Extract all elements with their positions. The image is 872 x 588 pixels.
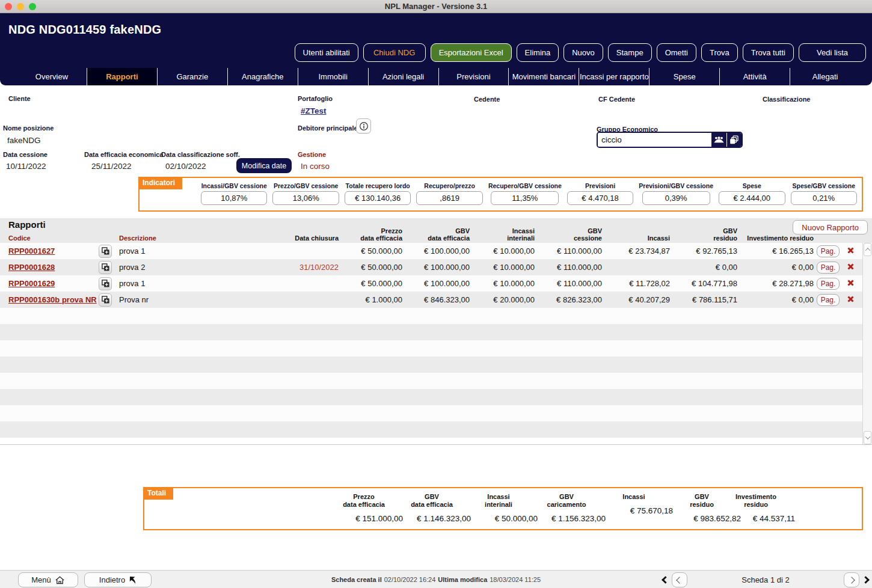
cliente-label: Cliente: [8, 95, 31, 102]
totale-incassi: Incassi€ 75.670,18: [595, 493, 673, 515]
chiudi-ndg-button[interactable]: Chiudi NDG: [363, 43, 426, 62]
rapporto-code-link[interactable]: RPP0001629: [8, 279, 55, 288]
elimina-button[interactable]: Elimina: [517, 43, 559, 62]
ometti-button[interactable]: Ometti: [657, 43, 696, 62]
rapporti-section: Rapporti Nuovo Rapporto Codice Descrizio…: [0, 218, 872, 445]
back-button[interactable]: Indietro: [84, 572, 152, 587]
menu-button[interactable]: Menù: [18, 572, 78, 587]
tab-anagrafiche[interactable]: Anagrafiche: [228, 68, 298, 85]
first-record-icon[interactable]: [662, 576, 669, 584]
delete-icon[interactable]: [847, 295, 855, 303]
col-incassi: Incassi: [602, 234, 670, 242]
portafoglio-link[interactable]: #ZTest: [301, 106, 327, 115]
empty-row: [0, 340, 862, 357]
empty-row: [0, 308, 862, 324]
nuovo-button[interactable]: Nuovo: [563, 43, 603, 62]
rapporto-incassi-interinali: € 10.000,00: [470, 263, 535, 272]
stampe-button[interactable]: Stampe: [608, 43, 652, 62]
rapporto-gbv-cessione: € 110.000,00: [535, 247, 602, 256]
delete-icon[interactable]: [847, 279, 855, 287]
gruppo-economico-input[interactable]: [598, 133, 711, 147]
data-cessione-label: Data cessione: [3, 151, 48, 158]
tab-bar: Overview Rapporti Garanzie Anagrafiche I…: [17, 68, 860, 85]
esportazioni-excel-button[interactable]: Esportazioni Excel: [431, 43, 512, 62]
table-row: RPP0001628 prova 2 31/10/2022 € 50.000,0…: [0, 259, 862, 275]
tab-garanzie[interactable]: Garanzie: [158, 68, 228, 85]
rapporto-gbv-efficacia: € 100.000,00: [402, 279, 470, 288]
col-codice: Codice: [8, 234, 99, 242]
rapporto-prezzo: € 1.000,00: [339, 295, 402, 304]
duplicate-rapporto-button[interactable]: [99, 277, 112, 290]
tab-overview[interactable]: Overview: [17, 68, 87, 85]
created-value: 02/10/2022 16:24: [384, 576, 436, 583]
zoom-window-button[interactable]: [29, 3, 36, 10]
utenti-abilitati-button[interactable]: Utenti abilitati: [295, 43, 358, 62]
scroll-up-button[interactable]: [864, 243, 871, 256]
indicator-label: Previsioni: [585, 182, 615, 189]
indicator-value: € 4.470,18: [567, 191, 633, 205]
table-scrollbar[interactable]: [862, 243, 872, 444]
cedente-label: Cedente: [474, 96, 500, 103]
data-efficacia-value: 25/11/2022: [91, 162, 132, 171]
info-icon: [359, 121, 369, 131]
pag-button[interactable]: Pag.: [817, 294, 840, 306]
trova-tutti-button[interactable]: Trova tutti: [743, 43, 794, 62]
delete-icon[interactable]: [847, 247, 855, 254]
pag-button[interactable]: Pag.: [817, 245, 840, 257]
close-window-button[interactable]: [5, 3, 12, 10]
indicatori-band: Indicatori Incassi/GBV cessione10,87% Pr…: [138, 177, 863, 212]
pag-button[interactable]: Pag.: [817, 262, 840, 274]
tab-immobili[interactable]: Immobili: [298, 68, 369, 85]
tab-spese[interactable]: Spese: [649, 68, 720, 85]
trova-button[interactable]: Trova: [701, 43, 738, 62]
indicator-value: ,8619: [416, 191, 482, 205]
data-classificazione-value: 02/10/2022: [165, 162, 206, 171]
col-investimento-residuo: Investimento residuo: [737, 234, 814, 242]
app-window: NPL Manager - Versione 3.1 NDG NDG011459…: [0, 0, 872, 588]
tab-allegati[interactable]: Allegati: [790, 68, 860, 85]
pag-button[interactable]: Pag.: [817, 278, 840, 290]
tab-incassi-per-rapporto[interactable]: Incassi per rapporto: [579, 68, 649, 85]
tab-rapporti[interactable]: Rapporti: [87, 68, 158, 85]
rapporto-code-link[interactable]: RPP0001627: [8, 247, 55, 256]
nome-posizione-value: fakeNDG: [7, 136, 41, 145]
rapporto-gbv-residuo: € 104.771,98: [670, 279, 737, 288]
delete-icon[interactable]: [847, 263, 855, 271]
last-record-icon[interactable]: [862, 576, 870, 584]
totale-investimento-residuo: Investimentoresiduo€ 44.537,11: [717, 493, 795, 523]
indicator-label: Spese: [743, 182, 761, 189]
duplicate-rapporto-button[interactable]: [99, 261, 112, 274]
data-efficacia-label: Data efficacia economica: [84, 151, 163, 158]
tab-movimenti-bancari[interactable]: Movimenti bancari: [509, 68, 579, 85]
nome-posizione-label: Nome posizione: [3, 124, 54, 132]
tab-azioni-legali[interactable]: Azioni legali: [369, 68, 439, 85]
modifica-date-button[interactable]: Modifica date: [236, 158, 292, 173]
table-row: RPP0001630b prova NR Prova nr € 1.000,00…: [0, 292, 862, 308]
classificazione-label: Classificazione: [763, 96, 810, 103]
rapporto-gbv-residuo: € 786.115,71: [670, 295, 737, 304]
indicator-label: Recupero/GBV cessione: [488, 182, 562, 189]
record-counter: Scheda 1 di 2: [691, 575, 840, 584]
debitore-info-button[interactable]: [356, 118, 371, 133]
created-label: Scheda creata il: [331, 576, 382, 583]
next-record-button[interactable]: [844, 572, 859, 587]
previous-record-button[interactable]: [672, 572, 687, 587]
rapporto-descrizione: prova 1: [119, 247, 251, 256]
gruppo-persone-button[interactable]: [711, 133, 726, 147]
modified-value: 18/03/2024 11:25: [490, 576, 541, 583]
rapporto-incassi: € 40.207,29: [602, 295, 670, 304]
debitore-principale-label: Debitore principale: [298, 124, 358, 132]
rapporto-code-link[interactable]: RPP0001630b prova NR: [8, 295, 97, 304]
rapporto-code-link[interactable]: RPP0001628: [8, 263, 55, 272]
scroll-down-button[interactable]: [864, 431, 871, 444]
minimize-window-button[interactable]: [17, 3, 24, 10]
tab-previsioni[interactable]: Previsioni: [439, 68, 509, 85]
indicator-label: Totale recupero lordo: [346, 182, 410, 189]
gruppo-copia-button[interactable]: [726, 133, 742, 147]
tab-attivita[interactable]: Attività: [720, 68, 790, 85]
empty-row: [0, 389, 862, 405]
duplicate-rapporto-button[interactable]: [99, 245, 112, 258]
vedi-lista-button[interactable]: Vedi lista: [799, 43, 866, 62]
duplicate-rapporto-button[interactable]: [99, 293, 112, 307]
indicator-value: € 130.140,36: [345, 191, 411, 205]
